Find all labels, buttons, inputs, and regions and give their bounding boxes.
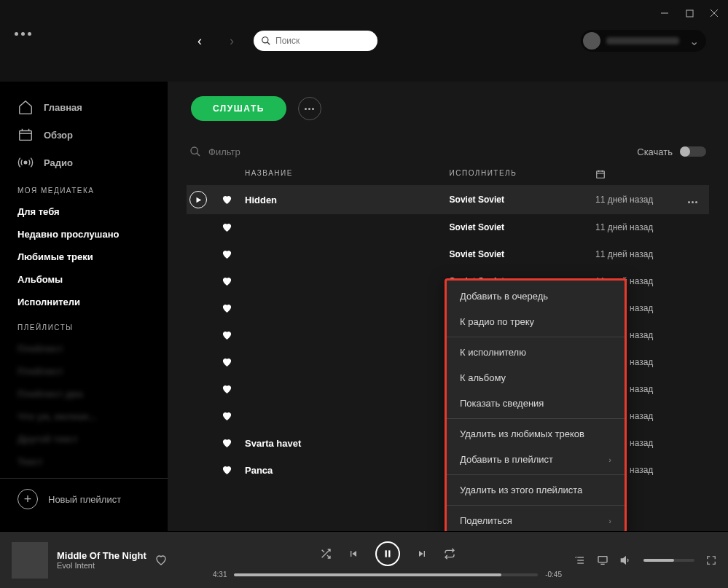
- heart-icon[interactable]: [222, 276, 245, 287]
- column-artist[interactable]: ИСПОЛНИТЕЛЬ: [450, 169, 595, 179]
- heart-icon[interactable]: [222, 330, 245, 341]
- avatar: [583, 32, 600, 50]
- track-row[interactable]: Soviet Soviet11 дней назад: [187, 241, 709, 268]
- heart-icon[interactable]: [222, 438, 245, 449]
- now-playing-title[interactable]: Middle Of The Night: [57, 550, 146, 561]
- ctx-label: К исполнителю: [460, 347, 526, 358]
- playlist-item[interactable]: Плейлист: [0, 360, 168, 383]
- ctx-label: Поделиться: [460, 515, 512, 526]
- svg-rect-1: [686, 10, 693, 17]
- library-item[interactable]: Альбомы: [0, 268, 168, 291]
- context-menu-item[interactable]: К исполнителю: [447, 340, 625, 365]
- chevron-right-icon: ›: [608, 517, 611, 525]
- next-button[interactable]: [416, 548, 428, 560]
- playlist-item[interactable]: Что уж, мелкая...: [0, 405, 168, 428]
- volume-button[interactable]: [620, 554, 632, 566]
- track-row[interactable]: Soviet Soviet11 дней назад: [187, 214, 709, 241]
- heart-icon[interactable]: [222, 465, 245, 476]
- calendar-icon: [595, 169, 606, 179]
- sidebar: ГлавнаяОбзорРадио МОЯ МЕДИАТЕКА Для тебя…: [0, 82, 168, 531]
- library-item[interactable]: Недавно прослушано: [0, 223, 168, 246]
- close-button[interactable]: [709, 8, 719, 18]
- nav-label: Главная: [44, 102, 82, 113]
- playlist-item[interactable]: Другой текст: [0, 428, 168, 450]
- ctx-label: К альбому: [460, 372, 506, 383]
- chevron-right-icon: ›: [608, 455, 611, 464]
- ctx-label: К радио по треку: [460, 316, 534, 327]
- now-playing-cover[interactable]: [12, 542, 48, 579]
- library-item[interactable]: Любимые треки: [0, 246, 168, 268]
- track-artist[interactable]: Soviet Soviet: [450, 195, 595, 205]
- heart-icon[interactable]: [222, 357, 245, 368]
- library-item[interactable]: Для тебя: [0, 200, 168, 223]
- context-menu-item[interactable]: Показать сведения: [447, 391, 625, 416]
- heart-icon[interactable]: [222, 303, 245, 314]
- queue-button[interactable]: [574, 554, 585, 566]
- column-title[interactable]: НАЗВАНИЕ: [245, 169, 450, 179]
- new-playlist-label: Новый плейлист: [48, 494, 121, 505]
- heart-icon[interactable]: [222, 195, 245, 205]
- sidebar-nav-browse[interactable]: Обзор: [0, 121, 168, 149]
- context-menu-item[interactable]: К альбому: [447, 365, 625, 391]
- fullscreen-button[interactable]: [706, 555, 716, 565]
- track-row[interactable]: HiddenSoviet Soviet11 дней назад: [187, 186, 709, 214]
- devices-button[interactable]: [597, 554, 608, 566]
- filter-input[interactable]: [208, 146, 331, 157]
- nav-back-button[interactable]: ‹: [189, 31, 210, 51]
- svg-line-5: [267, 42, 270, 45]
- previous-button[interactable]: [348, 548, 359, 560]
- heart-icon[interactable]: [222, 411, 245, 422]
- heart-icon[interactable]: [222, 222, 245, 233]
- search-icon: [261, 36, 271, 46]
- context-menu-item[interactable]: Добавить в плейлист›: [447, 447, 625, 472]
- download-toggle[interactable]: [680, 146, 706, 157]
- repeat-button[interactable]: [444, 548, 455, 560]
- library-item[interactable]: Исполнители: [0, 291, 168, 313]
- heart-icon[interactable]: [222, 249, 245, 260]
- volume-slider[interactable]: [643, 559, 694, 562]
- maximize-button[interactable]: [684, 8, 694, 18]
- svg-marker-25: [621, 557, 625, 563]
- minimize-button[interactable]: [659, 8, 670, 18]
- svg-rect-23: [598, 556, 607, 562]
- sidebar-nav-radio[interactable]: Радио: [0, 149, 168, 176]
- heart-icon[interactable]: [222, 384, 245, 395]
- play-icon[interactable]: [189, 191, 207, 208]
- nav-forward-button[interactable]: ›: [222, 31, 242, 51]
- shuffle-button[interactable]: [320, 548, 332, 560]
- track-date: 11 дней назад: [595, 195, 687, 205]
- now-playing-artist[interactable]: Evol Intent: [57, 561, 146, 570]
- ctx-label: Показать сведения: [460, 398, 544, 409]
- ctx-label: Удалить из этого плейлиста: [460, 485, 582, 495]
- column-date[interactable]: [595, 169, 687, 179]
- track-artist[interactable]: Soviet Soviet: [450, 249, 595, 259]
- playlist-item[interactable]: Текст: [0, 450, 168, 473]
- sidebar-nav-home[interactable]: Главная: [0, 93, 168, 121]
- heart-icon[interactable]: [155, 554, 167, 566]
- user-menu[interactable]: ⌄: [581, 30, 706, 52]
- context-menu-item[interactable]: Добавить в очередь: [447, 283, 625, 309]
- new-playlist-button[interactable]: + Новый плейлист: [0, 478, 168, 520]
- plus-icon: +: [17, 489, 38, 509]
- track-artist[interactable]: Soviet Soviet: [450, 222, 595, 232]
- search-input[interactable]: [275, 36, 363, 46]
- playlists-header: ПЛЕЙЛИСТЫ: [0, 313, 168, 337]
- play-all-button[interactable]: СЛУШАТЬ: [191, 96, 286, 121]
- context-menu-item[interactable]: Поделиться›: [447, 508, 625, 531]
- context-menu-item[interactable]: Удалить из этого плейлиста: [447, 477, 625, 503]
- more-options-button[interactable]: [298, 97, 321, 120]
- window-titlebar: [0, 0, 728, 26]
- svg-point-11: [191, 147, 197, 154]
- svg-rect-19: [388, 550, 390, 557]
- track-title: Panca: [245, 465, 450, 476]
- track-more-button[interactable]: [687, 195, 706, 205]
- context-menu-item[interactable]: К радио по треку: [447, 309, 625, 334]
- progress-bar[interactable]: [234, 573, 538, 576]
- playlist-item[interactable]: Плейлист два: [0, 383, 168, 405]
- track-date: 11 дней назад: [595, 249, 687, 259]
- track-context-menu: Добавить в очередьК радио по трекуК испо…: [445, 278, 627, 531]
- pause-button[interactable]: [375, 541, 400, 566]
- search-box[interactable]: [254, 31, 377, 51]
- playlist-item[interactable]: Плейлист: [0, 337, 168, 360]
- context-menu-item[interactable]: Удалить из любимых треков: [447, 421, 625, 447]
